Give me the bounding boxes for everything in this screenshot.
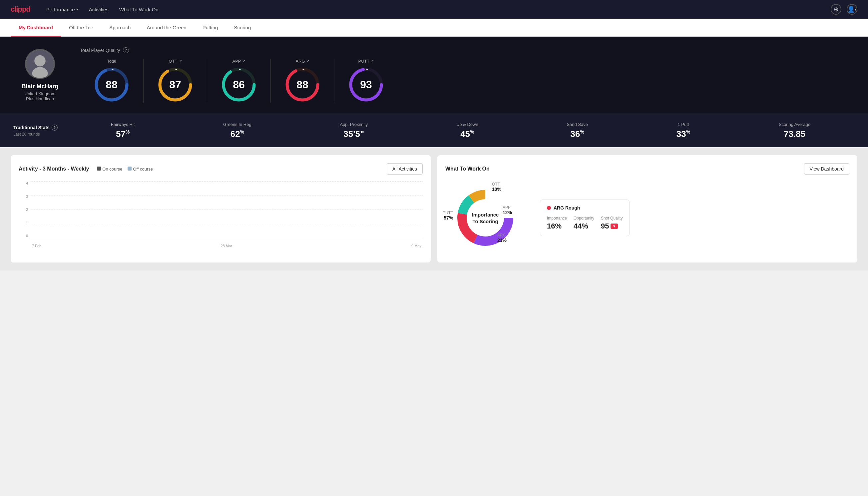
donut-center: Importance To Scoring	[472, 212, 499, 224]
help-icon[interactable]: ?	[123, 47, 129, 53]
bar-group	[78, 237, 100, 238]
info-metric-opportunity: Opportunity 44%	[573, 216, 594, 231]
stats-row: Traditional Stats ? Last 20 rounds Fairw…	[0, 113, 868, 147]
svg-point-2	[32, 67, 48, 79]
y-label-2: 2	[26, 207, 28, 212]
score-card-app: APP ↗ 86	[207, 59, 271, 103]
help-icon[interactable]: ?	[52, 125, 58, 130]
score-card-ott: OTT ↗ 87	[144, 59, 207, 103]
bar-group	[399, 237, 421, 238]
chart-legend: On course Off course	[97, 167, 153, 172]
score-label-total: Total	[107, 59, 116, 64]
arrow-up-icon: ↗	[306, 59, 310, 63]
donut-center-line2: To Scoring	[472, 218, 499, 224]
y-label-1: 1	[26, 221, 28, 225]
stat-fairways-hit: Fairways Hit 57%	[111, 122, 135, 139]
score-label-app: APP ↗	[232, 59, 245, 64]
arrow-up-icon: ↗	[242, 59, 246, 63]
info-metric-shot-quality: Shot Quality 95 ▼	[601, 216, 622, 231]
tab-approach[interactable]: Approach	[101, 19, 139, 37]
avatar	[25, 49, 55, 79]
logo: clippd	[11, 5, 30, 14]
gauge-number-putt: 93	[360, 79, 372, 91]
player-handicap: Plus Handicap	[26, 96, 54, 101]
tab-bar: My Dashboard Off the Tee Approach Around…	[0, 19, 868, 37]
hero-section: Blair McHarg United Kingdom Plus Handica…	[0, 37, 868, 113]
stat-app-proximity: App. Proximity 35'5"	[340, 122, 368, 139]
arrow-up-icon: ↗	[371, 59, 374, 63]
activity-panel: Activity - 3 Months - Weekly On course O…	[11, 155, 431, 263]
bar-group	[307, 237, 329, 238]
activity-title: Activity - 3 Months - Weekly	[19, 166, 89, 172]
gauge-number-arg: 88	[297, 79, 309, 91]
bar-group	[101, 237, 123, 238]
nav-activities[interactable]: Activities	[89, 5, 109, 14]
wtwo-title: What To Work On	[445, 166, 490, 172]
donut-label-ott: OTT 10%	[492, 182, 501, 192]
score-card-putt: PUTT ↗ 93	[334, 59, 398, 103]
nav-performance[interactable]: Performance ▾	[46, 5, 78, 14]
chart-area: 4 3 2 1 0 7 Feb 28 Mar	[19, 181, 423, 248]
tpq-label: Total Player Quality ?	[80, 47, 855, 53]
y-label-3: 3	[26, 195, 28, 199]
donut-section: Importance To Scoring OTT 10% APP 12% AR…	[445, 181, 849, 254]
all-activities-button[interactable]: All Activities	[387, 163, 423, 174]
gauge-number-total: 88	[106, 79, 117, 91]
view-dashboard-button[interactable]: View Dashboard	[804, 163, 849, 174]
off-course-legend-dot	[128, 167, 131, 171]
score-card-arg: ARG ↗ 88	[271, 59, 334, 103]
bar-group	[55, 237, 77, 238]
x-label-mar: 28 Mar	[221, 244, 232, 248]
grid-line-0	[31, 238, 423, 238]
x-label-may: 9 May	[411, 244, 421, 248]
bar-group	[216, 237, 238, 238]
stats-subtitle: Last 20 rounds	[13, 132, 67, 137]
score-label-arg: ARG ↗	[296, 59, 309, 64]
tab-scoring[interactable]: Scoring	[226, 19, 259, 37]
on-course-legend-dot	[97, 167, 101, 171]
stat-greens-in-reg: Greens In Reg 62%	[223, 122, 251, 139]
donut-center-line1: Importance	[472, 212, 499, 218]
score-label-ott: OTT ↗	[169, 59, 182, 64]
nav-what-to-work-on[interactable]: What To Work On	[119, 5, 159, 14]
player-info: Blair McHarg United Kingdom Plus Handica…	[13, 49, 67, 101]
stat-sand-save: Sand Save 36%	[567, 122, 588, 139]
player-name: Blair McHarg	[21, 83, 58, 90]
user-menu-button[interactable]: 👤 ▾	[847, 4, 857, 15]
x-label-feb: 7 Feb	[32, 244, 41, 248]
user-icon: 👤	[847, 6, 855, 13]
stats-label-group: Traditional Stats ? Last 20 rounds	[13, 125, 67, 137]
tab-off-the-tee[interactable]: Off the Tee	[61, 19, 101, 37]
chevron-down-icon: ▾	[76, 7, 78, 12]
top-nav: clippd Performance ▾ Activities What To …	[0, 0, 868, 19]
gauge-number-ott: 87	[169, 79, 181, 91]
score-cards: Total 88 OTT ↗	[80, 59, 855, 103]
chevron-down-icon: ▾	[855, 7, 857, 12]
info-card: ARG Rough Importance 16% Opportunity 44%…	[540, 200, 630, 236]
add-button[interactable]: ⊕	[831, 4, 841, 15]
stat-1-putt: 1 Putt 33%	[677, 122, 690, 139]
shot-quality-badge: ▼	[611, 223, 618, 229]
gauge-arg: 88	[284, 66, 321, 103]
stats-title: Traditional Stats ?	[13, 125, 67, 130]
stat-items: Fairways Hit 57% Greens In Reg 62% App. …	[67, 122, 855, 139]
gauge-app: 86	[221, 66, 257, 103]
donut-label-putt: PUTT 57%	[443, 211, 453, 220]
donut-wrap: Importance To Scoring OTT 10% APP 12% AR…	[445, 181, 532, 254]
plus-icon: ⊕	[834, 6, 839, 13]
score-card-total: Total 88	[80, 59, 144, 103]
tab-putting[interactable]: Putting	[194, 19, 226, 37]
tab-my-dashboard[interactable]: My Dashboard	[11, 19, 61, 37]
info-metric-importance: Importance 16%	[547, 216, 567, 231]
svg-point-1	[34, 55, 46, 67]
bottom-panels: Activity - 3 Months - Weekly On course O…	[0, 147, 868, 270]
y-label-0: 0	[26, 234, 28, 238]
donut-label-app: APP 12%	[503, 205, 512, 215]
donut-label-arg: ARG 21%	[497, 233, 507, 243]
gauge-total: 88	[93, 66, 130, 103]
score-label-putt: PUTT ↗	[358, 59, 374, 64]
bar-group	[262, 237, 283, 238]
nav-right-actions: ⊕ 👤 ▾	[831, 4, 857, 15]
info-metrics: Importance 16% Opportunity 44% Shot Qual…	[547, 216, 622, 231]
tab-around-the-green[interactable]: Around the Green	[139, 19, 194, 37]
